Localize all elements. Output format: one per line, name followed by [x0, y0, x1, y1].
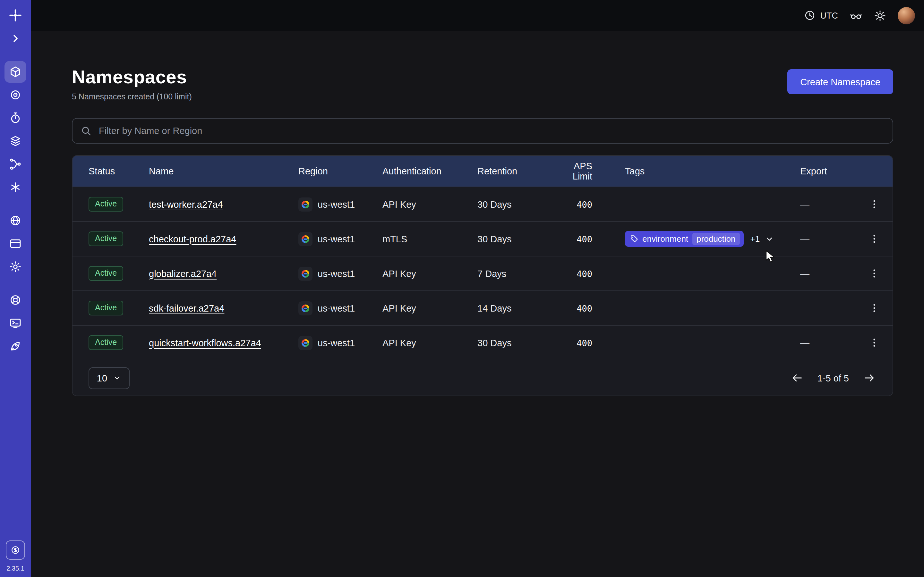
- namespace-link[interactable]: checkout-prod.a27a4: [149, 234, 236, 244]
- table-row: Active test-worker.a27a4 us-west1 API Ke…: [73, 187, 893, 221]
- export-cell: —: [800, 338, 855, 348]
- sidebar-item-namespaces[interactable]: [5, 61, 26, 83]
- row-actions-menu-button[interactable]: [864, 263, 884, 284]
- pagination: 1-5 of 5: [790, 371, 877, 385]
- table-header-row: Status Name Region Authentication Retent…: [73, 156, 893, 187]
- previous-page-button[interactable]: [790, 371, 804, 385]
- tag-key-label: environment: [642, 234, 688, 243]
- retention-label: 30 Days: [477, 338, 511, 348]
- auth-cell: mTLS: [383, 234, 477, 244]
- tag-chip[interactable]: environment production: [625, 231, 744, 247]
- gcp-cloud-icon: [298, 301, 312, 315]
- row-actions-menu-button[interactable]: [864, 194, 884, 214]
- name-cell: checkout-prod.a27a4: [149, 234, 298, 244]
- timezone-selector[interactable]: UTC: [804, 10, 838, 21]
- chevron-down-icon: [113, 374, 121, 382]
- retention-cell: 14 Days: [477, 303, 552, 313]
- region-cell: us-west1: [298, 232, 383, 246]
- sidebar-item-getting-started[interactable]: [5, 335, 26, 357]
- arrow-left-icon: [791, 372, 803, 384]
- sidebar-item-support[interactable]: [5, 289, 26, 311]
- theme-toggle[interactable]: [874, 9, 886, 21]
- topbar: UTC: [31, 0, 924, 31]
- retention-label: 30 Days: [477, 234, 511, 244]
- sidebar-item-stacks[interactable]: [5, 130, 26, 152]
- aps-limit-value: 400: [577, 234, 592, 244]
- gcp-cloud-icon: [298, 232, 312, 246]
- create-namespace-button[interactable]: Create Namespace: [787, 69, 893, 94]
- accessibility-toggle[interactable]: [850, 9, 863, 22]
- billing-card-icon: [9, 237, 22, 250]
- sun-icon: [874, 9, 886, 21]
- filter-input[interactable]: [97, 125, 885, 137]
- terminal-icon: [9, 317, 22, 330]
- page-size-select[interactable]: 10: [89, 367, 129, 389]
- next-page-button[interactable]: [862, 371, 877, 385]
- temporal-logo[interactable]: [5, 5, 26, 26]
- aps-limit-cell: 400: [552, 303, 592, 313]
- sidebar-expand-chevron-icon[interactable]: [5, 27, 26, 49]
- auth-label: mTLS: [383, 234, 407, 244]
- column-header-aps-limit: APS Limit: [552, 161, 592, 181]
- arrow-right-icon: [863, 372, 875, 384]
- retention-label: 14 Days: [477, 303, 511, 313]
- column-header-retention: Retention: [477, 166, 552, 176]
- export-value: —: [800, 338, 809, 348]
- aps-limit-cell: 400: [552, 268, 592, 279]
- namespace-link[interactable]: test-worker.a27a4: [149, 199, 223, 210]
- namespace-link[interactable]: sdk-failover.a27a4: [149, 303, 224, 313]
- region-cell: us-west1: [298, 335, 383, 350]
- rocket-icon: [9, 340, 22, 353]
- region-cell: us-west1: [298, 266, 383, 280]
- export-cell: —: [800, 234, 855, 244]
- name-cell: globalizer.a27a4: [149, 268, 298, 279]
- tags-expand-chevron[interactable]: [765, 234, 774, 243]
- sidebar-item-schedules[interactable]: [5, 107, 26, 129]
- asterisk-icon: [9, 181, 22, 193]
- user-avatar[interactable]: [898, 7, 915, 24]
- status-cell: Active: [89, 266, 149, 281]
- sidebar-item-regions[interactable]: [5, 210, 26, 231]
- export-value: —: [800, 199, 809, 210]
- column-header-authentication: Authentication: [383, 166, 477, 176]
- namespace-link[interactable]: globalizer.a27a4: [149, 268, 216, 279]
- main-content: Namespaces 5 Namespaces created (100 lim…: [72, 31, 893, 396]
- aps-limit-cell: 400: [552, 338, 592, 348]
- row-actions-menu-button[interactable]: [864, 298, 884, 318]
- name-cell: test-worker.a27a4: [149, 199, 298, 210]
- status-cell: Active: [89, 197, 149, 211]
- status-badge: Active: [89, 301, 123, 316]
- status-badge: Active: [89, 231, 123, 246]
- status-cell: Active: [89, 335, 149, 350]
- clock-icon: [804, 10, 816, 21]
- row-actions-menu-button[interactable]: [864, 332, 884, 353]
- status-badge: Active: [89, 266, 123, 281]
- name-cell: sdk-failover.a27a4: [149, 303, 298, 313]
- workflow-icon: [9, 158, 22, 171]
- aps-limit-value: 400: [577, 268, 592, 279]
- status-badge: Active: [89, 335, 123, 350]
- export-cell: —: [800, 199, 855, 210]
- status-badge: Active: [89, 197, 123, 211]
- tag-more-count: +1: [750, 234, 760, 243]
- sidebar-item-workflows[interactable]: [5, 153, 26, 175]
- sidebar-item-insights[interactable]: [5, 84, 26, 106]
- table-row: Active sdk-failover.a27a4 us-west1 API K…: [73, 290, 893, 325]
- aps-limit-value: 400: [577, 199, 592, 210]
- table-row: Active globalizer.a27a4 us-west1 API Key…: [73, 256, 893, 290]
- sidebar-item-cli[interactable]: [5, 312, 26, 334]
- sidebar-item-nexus[interactable]: [5, 176, 26, 198]
- auth-cell: API Key: [383, 303, 477, 313]
- actions-cell: [855, 332, 893, 353]
- retention-cell: 30 Days: [477, 199, 552, 210]
- export-value: —: [800, 234, 809, 244]
- sidebar: 2.35.1: [0, 0, 31, 577]
- table-row: Active checkout-prod.a27a4 us-west1 mTLS…: [73, 221, 893, 256]
- row-actions-menu-button[interactable]: [864, 229, 884, 249]
- usage-button[interactable]: [6, 540, 25, 560]
- sidebar-item-billing[interactable]: [5, 233, 26, 255]
- sidebar-item-settings[interactable]: [5, 256, 26, 277]
- gcp-cloud-icon: [298, 335, 312, 350]
- namespace-link[interactable]: quickstart-workflows.a27a4: [149, 338, 261, 348]
- auth-label: API Key: [383, 303, 416, 313]
